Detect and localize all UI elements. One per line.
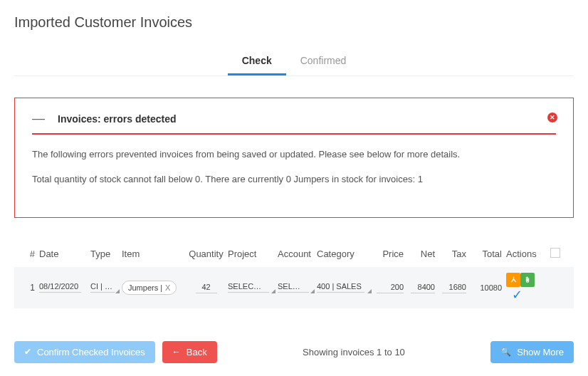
net-value: 8400: [411, 281, 435, 293]
col-tax: Tax: [437, 249, 468, 259]
col-checkbox-header: [548, 248, 564, 260]
confirm-label: Confirm Checked Invoices: [37, 347, 145, 357]
back-label: Back: [187, 347, 207, 357]
col-num: #: [20, 249, 37, 259]
tabs: Check Confirmed: [14, 48, 574, 76]
project-select[interactable]: SELEC…: [228, 281, 269, 293]
split-icon[interactable]: [506, 273, 520, 287]
col-qty: Quantity: [187, 249, 226, 259]
type-select[interactable]: CI | …: [90, 281, 115, 293]
account-select[interactable]: SEL…: [278, 281, 309, 293]
pagination-status: Showing invoices 1 to 10: [224, 347, 484, 357]
search-icon: 🔍: [500, 347, 511, 357]
chevron-down-icon: [115, 289, 120, 293]
table-row: 1 08/12/2020 CI | … Jumpers | X 42 SELEC…: [14, 267, 574, 308]
tab-confirmed[interactable]: Confirmed: [286, 48, 361, 75]
row-num: 1: [20, 283, 37, 293]
collapse-icon[interactable]: —: [32, 111, 45, 126]
item-chip[interactable]: Jumpers | X: [122, 281, 177, 295]
tax-value: 1680: [442, 281, 466, 293]
error-title: Invoices: errors detected: [58, 113, 556, 125]
error-body: The following errors prevented invoices …: [32, 147, 556, 187]
footer: ✔ Confirm Checked Invoices ← Back Showin…: [14, 341, 574, 363]
col-account: Account: [275, 249, 315, 259]
arrow-left-icon: ←: [172, 347, 181, 357]
attach-icon[interactable]: [520, 273, 535, 287]
error-panel: — Invoices: errors detected The followin…: [14, 98, 574, 218]
item-chip-label: Jumpers |: [128, 283, 162, 292]
qty-input[interactable]: 42: [196, 281, 217, 293]
chevron-down-icon: [367, 289, 372, 293]
error-line-2: Total quantity of stock cannot fall belo…: [32, 172, 556, 187]
col-project: Project: [226, 249, 275, 259]
col-price: Price: [372, 249, 406, 259]
page-title: Imported Customer Invoices: [14, 14, 574, 31]
select-all-checkbox[interactable]: [550, 248, 560, 258]
col-actions: Actions: [504, 249, 548, 259]
col-category: Category: [315, 249, 372, 259]
price-input[interactable]: 200: [377, 281, 404, 293]
show-more-button[interactable]: 🔍 Show More: [490, 341, 574, 363]
close-icon[interactable]: [547, 113, 557, 122]
tab-check[interactable]: Check: [228, 48, 286, 75]
col-date: Date: [37, 249, 88, 259]
error-line-1: The following errors prevented invoices …: [32, 147, 556, 162]
item-chip-remove[interactable]: X: [165, 283, 170, 292]
table-header: # Date Type Item Quantity Project Accoun…: [14, 244, 574, 267]
show-more-label: Show More: [517, 347, 564, 357]
col-item: Item: [120, 249, 187, 259]
back-button[interactable]: ← Back: [162, 341, 217, 363]
category-select[interactable]: 400 | SALES: [317, 281, 364, 293]
total-value: 10080: [473, 282, 502, 293]
confirm-checked-button[interactable]: ✔ Confirm Checked Invoices: [14, 341, 155, 363]
col-total: Total: [468, 249, 504, 259]
date-input[interactable]: 08/12/2020: [39, 281, 81, 293]
col-net: Net: [406, 249, 437, 259]
check-icon: ✔: [24, 347, 31, 357]
approve-icon[interactable]: ✓: [512, 288, 523, 302]
col-type: Type: [88, 249, 120, 259]
